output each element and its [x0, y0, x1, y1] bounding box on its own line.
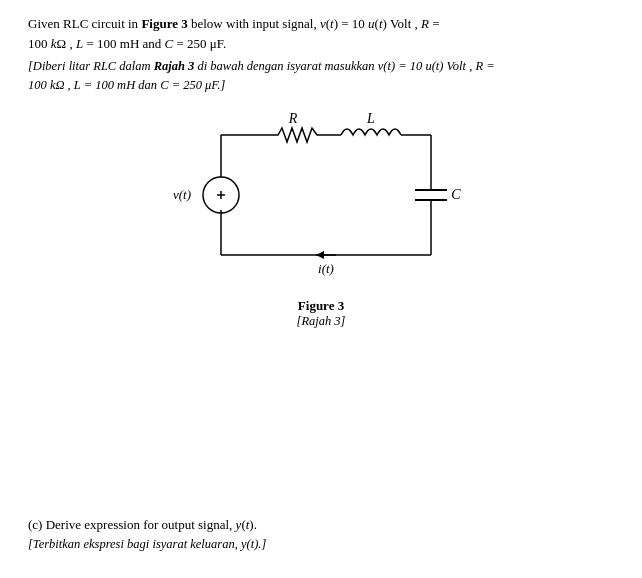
l-label: L	[366, 111, 375, 126]
figure-caption-en: Figure 3	[297, 298, 346, 314]
part-c-malay: [Terbitkan ekspresi bagi isyarat keluara…	[28, 537, 266, 551]
malay-line2: 100 kΩ , L = 100 mH dan C = 250 μF.]	[28, 78, 225, 92]
values-line: 100 kΩ , L = 100 mH and C = 250 μF.	[28, 36, 226, 51]
circuit-diagram: R L C v(t) i(t)	[161, 105, 481, 294]
circuit-svg: R L C v(t) i(t)	[161, 105, 481, 290]
page: Given RLC circuit in Figure 3 below with…	[0, 0, 642, 578]
it-label: i(t)	[318, 261, 334, 276]
malay-line1: [Diberi litar RLC dalam Rajah 3 di bawah…	[28, 59, 495, 73]
vt-label: v(t)	[173, 187, 191, 202]
problem-statement: Given RLC circuit in Figure 3 below with…	[28, 14, 614, 53]
r-label: R	[288, 111, 298, 126]
below-text: below	[188, 16, 223, 31]
part-c-letter: (c)	[28, 517, 42, 532]
svg-marker-14	[316, 251, 324, 259]
part-c-label: (c) Derive expression for output signal,…	[28, 517, 257, 532]
part-c: (c) Derive expression for output signal,…	[28, 515, 266, 554]
figure-caption: Figure 3 [Rajah 3]	[297, 298, 346, 329]
malay-translation: [Diberi litar RLC dalam Rajah 3 di bawah…	[28, 57, 614, 95]
figure-caption-ms: [Rajah 3]	[297, 314, 346, 329]
figure-ref: Figure 3	[141, 16, 187, 31]
given-text: Given RLC circuit in	[28, 16, 141, 31]
part-c-text: Derive expression for output signal, y(t…	[46, 517, 257, 532]
circuit-area: R L C v(t) i(t) Figure 3 [Rajah 3]	[28, 105, 614, 329]
c-label: C	[451, 187, 461, 202]
input-signal-text: with input signal, v(t) = 10 u(t) Volt ,…	[223, 16, 440, 31]
